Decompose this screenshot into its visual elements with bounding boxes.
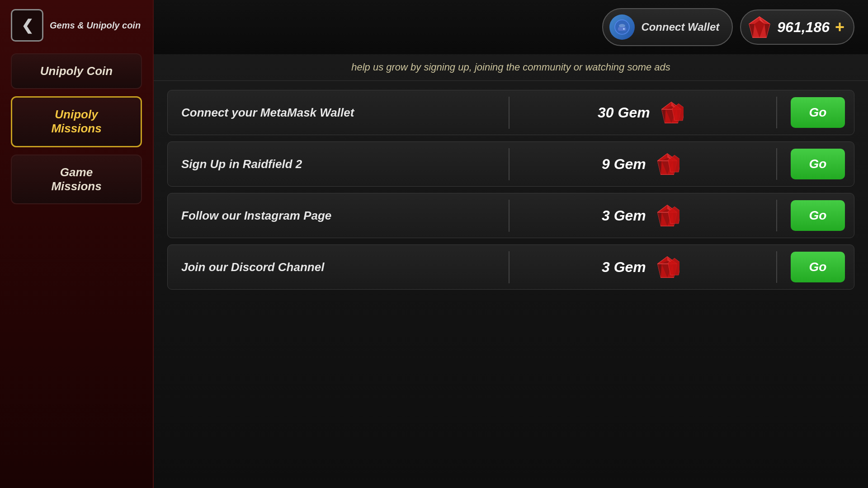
mission-reward: 30 Gem (509, 92, 772, 133)
back-arrow-icon: ❮ (11, 9, 43, 42)
reward-amount: 3 Gem (602, 207, 646, 224)
svg-point-3 (623, 28, 625, 30)
mission-list: Connect your MetaMask Wallet 30 Gem Go (154, 81, 868, 488)
mission-divider (776, 251, 777, 283)
svg-rect-2 (618, 27, 626, 31)
gem-count: 961,186 (777, 19, 830, 36)
sidebar-item-unipoly-coin[interactable]: Unipoly Coin (11, 53, 142, 89)
reward-amount: 30 Gem (598, 104, 650, 121)
mission-row: Sign Up in Raidfield 2 9 Gem Go (167, 141, 854, 187)
gem-reward-icon (659, 101, 684, 124)
gem-counter: 961,186 + (740, 9, 854, 45)
mission-divider (776, 97, 777, 128)
mission-row: Follow our Instagram Page 3 Gem Go (167, 193, 854, 238)
mission-divider (776, 148, 777, 180)
gem-reward-icon (655, 153, 679, 175)
mission-name: Connect your MetaMask Wallet (168, 97, 509, 129)
gem-reward-icon (655, 204, 679, 227)
main-content: Connect Wallet 961,186 + help us grow by… (154, 0, 868, 488)
mission-row: Join our Discord Channel 3 Gem Go (167, 244, 854, 290)
reward-amount: 9 Gem (602, 156, 646, 173)
back-label: Gems & Unipoly coin (50, 20, 141, 31)
wallet-icon (609, 14, 635, 40)
mission-go-button[interactable]: Go (791, 97, 845, 128)
gem-add-button[interactable]: + (835, 18, 844, 37)
svg-point-1 (619, 24, 625, 28)
help-text: help us grow by signing up, joining the … (154, 54, 868, 81)
mission-reward: 3 Gem (509, 195, 772, 236)
connect-wallet-button[interactable]: Connect Wallet (602, 8, 733, 46)
back-button[interactable]: ❮ Gems & Unipoly coin (11, 9, 141, 42)
mission-name: Join our Discord Channel (168, 251, 509, 283)
mission-name: Follow our Instagram Page (168, 200, 509, 232)
mission-go-button[interactable]: Go (791, 200, 845, 231)
connect-wallet-label: Connect Wallet (641, 21, 719, 33)
mission-divider (776, 200, 777, 231)
sidebar: ❮ Gems & Unipoly coin Unipoly Coin Unipo… (0, 0, 154, 488)
reward-amount: 3 Gem (602, 259, 646, 276)
header-bar: Connect Wallet 961,186 + (154, 0, 868, 54)
mission-name: Sign Up in Raidfield 2 (168, 148, 509, 180)
mission-reward: 3 Gem (509, 247, 772, 287)
mission-go-button[interactable]: Go (791, 149, 845, 179)
mission-reward: 9 Gem (509, 144, 772, 184)
mission-row: Connect your MetaMask Wallet 30 Gem Go (167, 90, 854, 135)
sidebar-item-game-missions[interactable]: GameMissions (11, 155, 142, 204)
gem-icon (747, 16, 772, 38)
sidebar-item-unipoly-missions[interactable]: UnipolyMissions (11, 96, 142, 147)
mission-go-button[interactable]: Go (791, 252, 845, 282)
gem-reward-icon (655, 256, 679, 278)
